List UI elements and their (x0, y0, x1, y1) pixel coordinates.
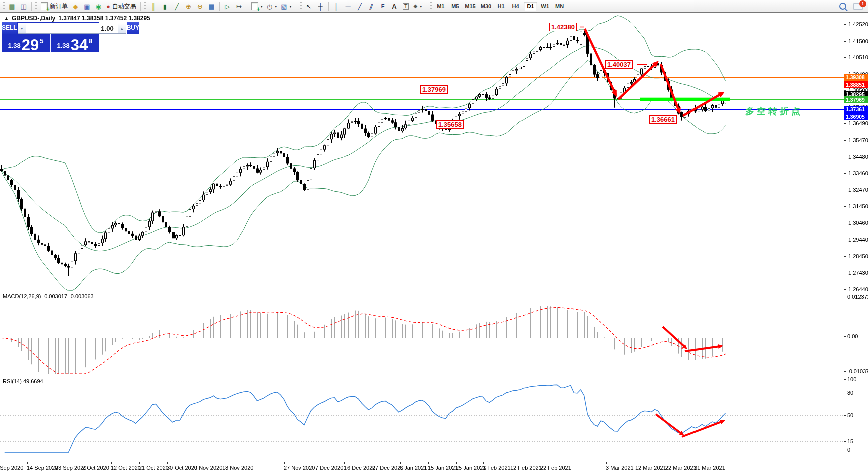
vertical-line-button[interactable]: │ (331, 1, 342, 12)
equidistant-channel-icon: ∥ (368, 3, 374, 10)
cursor-icon: ↖ (306, 3, 312, 10)
horizontal-line-icon: ─ (345, 3, 350, 10)
zoom-in-button[interactable]: ⊕ (183, 1, 194, 12)
search-icon[interactable] (839, 3, 846, 10)
toolbar-separator (296, 2, 296, 11)
toolbar-grip[interactable] (3, 2, 5, 10)
chart-shift-button[interactable]: ▷ (222, 1, 233, 12)
price-axis-tick: 1.34480 (848, 154, 868, 160)
date-axis-label: 3 Mar 2021 (606, 465, 634, 471)
notifications-icon[interactable]: 1 (853, 3, 863, 10)
signals-icon: ◉ (96, 3, 101, 10)
zoom-out-button[interactable]: ⊖ (194, 1, 206, 12)
timeframe-h1[interactable]: H1 (494, 2, 508, 11)
date-axis-label: 22 Mar 2021 (665, 465, 697, 471)
timeframe-m30[interactable]: M30 (479, 2, 493, 11)
fibonacci-icon: F (381, 4, 385, 9)
candlestick-button[interactable]: ▮ (159, 1, 171, 12)
date-axis-label: 4 Sep 2020 (0, 465, 23, 471)
history-center-button[interactable]: ◆ (70, 1, 81, 12)
toolbar-separator (247, 2, 247, 11)
trendline-button[interactable]: ╱ (354, 1, 366, 12)
tile-windows-icon: ▦ (208, 3, 214, 10)
price-tag: 1.37969 (844, 96, 868, 103)
horizontal-line-button[interactable]: ─ (342, 1, 354, 12)
turning-point-note[interactable]: 多空转折点 (745, 105, 803, 117)
terminal-button[interactable]: ▣ (81, 1, 93, 12)
sell-price[interactable]: 1.38 29 5 (2, 34, 51, 52)
buy-price[interactable]: 1.38 34 8 (51, 34, 99, 52)
toolbar-grip[interactable] (144, 2, 146, 10)
date-axis-label: 9 Nov 2020 (194, 465, 222, 471)
symbol-title: ▲ GBPUSD-,Daily 1.37847 1.38358 1.37452 … (4, 15, 150, 22)
timeframe-m1[interactable]: M1 (434, 2, 447, 11)
price-axis-tick: 1.32470 (848, 187, 868, 193)
dropdown-icon: ▾ (290, 4, 292, 9)
auto-scroll-button[interactable]: ↦ (233, 1, 245, 12)
zoom-out-icon: ⊖ (197, 3, 203, 10)
toolbar-separator (426, 2, 426, 11)
templates-button[interactable]: ▧ ▾ (279, 1, 293, 12)
channel-button[interactable]: ∥ (366, 1, 377, 12)
crosshair-icon: ┼ (318, 3, 322, 10)
buy-button[interactable]: BUY (127, 22, 139, 34)
data-window-button[interactable]: ◫ (18, 1, 29, 12)
date-axis-label: 31 Mar 2021 (694, 465, 725, 471)
macd-label: MACD(12,26,9) -0.003017 -0.003063 (3, 293, 94, 299)
zoom-in-icon: ⊕ (186, 3, 191, 10)
volume-up-button[interactable]: ▲ (118, 23, 126, 34)
toolbar-separator (140, 2, 141, 11)
volume-input[interactable] (26, 23, 118, 34)
auto-trading-label: 自动交易 (112, 2, 136, 11)
price-annotation-label[interactable]: 1.40037 (605, 60, 633, 69)
terminal-icon: ▣ (84, 3, 90, 10)
text-button[interactable]: A (389, 1, 400, 12)
timeframe-h4[interactable]: H4 (509, 2, 523, 11)
toolbar-grip[interactable] (35, 2, 37, 10)
buy-price-sup: 8 (89, 37, 92, 45)
signals-button[interactable]: ◉ (93, 1, 104, 12)
date-axis-label: 14 Sep 2020 (27, 465, 58, 471)
notification-badge: 1 (859, 0, 866, 7)
collapse-icon[interactable]: ▲ (4, 16, 9, 21)
periods-icon: ◷ (267, 3, 272, 10)
data-window-icon: ◫ (20, 3, 26, 10)
periods-button[interactable]: ◷ ▾ (265, 1, 279, 12)
price-axis-tick: 1.42520 (848, 21, 868, 27)
dropdown-icon: ▾ (275, 4, 277, 9)
indicators-button[interactable]: ▾ (249, 1, 265, 12)
volume-down-button[interactable]: ▼ (18, 23, 26, 34)
tile-windows-button[interactable]: ▦ (206, 1, 217, 12)
history-center-icon: ◆ (73, 3, 78, 10)
sell-button[interactable]: SELL (2, 22, 17, 34)
price-annotation-label[interactable]: 1.42380 (549, 23, 577, 31)
price-annotation-label[interactable]: 1.35658 (436, 120, 464, 129)
buy-price-big: 34 (71, 39, 88, 51)
fibonacci-button[interactable]: F (377, 1, 389, 12)
price-annotation-label[interactable]: 1.37969 (420, 85, 448, 94)
auto-trading-button[interactable]: ● 自动交易 (104, 1, 138, 12)
toolbar-grip[interactable] (300, 2, 302, 10)
price-chart-canvas[interactable] (0, 0, 868, 474)
crosshair-button[interactable]: ┼ (315, 1, 326, 12)
timeframe-m5[interactable]: M5 (448, 2, 462, 11)
date-axis-label: 12 Oct 2020 (111, 465, 141, 471)
toolbar-grip[interactable] (430, 2, 432, 10)
price-annotation-label[interactable]: 1.36661 (649, 115, 677, 124)
line-chart-button[interactable]: ╱ (171, 1, 183, 12)
timeframe-w1[interactable]: W1 (538, 2, 552, 11)
toolbar-separator (328, 2, 329, 11)
timeframe-mn[interactable]: MN (553, 2, 566, 11)
new-chart-button[interactable]: ▤ (6, 1, 18, 12)
date-axis-label: 27 Dec 2020 (372, 465, 403, 471)
one-click-trading-panel: SELL ▼ ▲ BUY 1.38 29 5 1.38 34 8 (2, 22, 99, 52)
trendline-icon: ╱ (358, 3, 362, 10)
shapes-button[interactable]: ◆ ▾ (412, 1, 424, 12)
cursor-button[interactable]: ↖ (303, 1, 315, 12)
text-label-button[interactable]: T (400, 1, 412, 12)
bar-chart-button[interactable]: ║ (148, 1, 159, 12)
chart-window-icon: ▤ (9, 3, 15, 10)
new-order-button[interactable]: 新订单 (39, 1, 70, 12)
timeframe-m15[interactable]: M15 (463, 2, 477, 11)
timeframe-d1[interactable]: D1 (524, 2, 537, 11)
